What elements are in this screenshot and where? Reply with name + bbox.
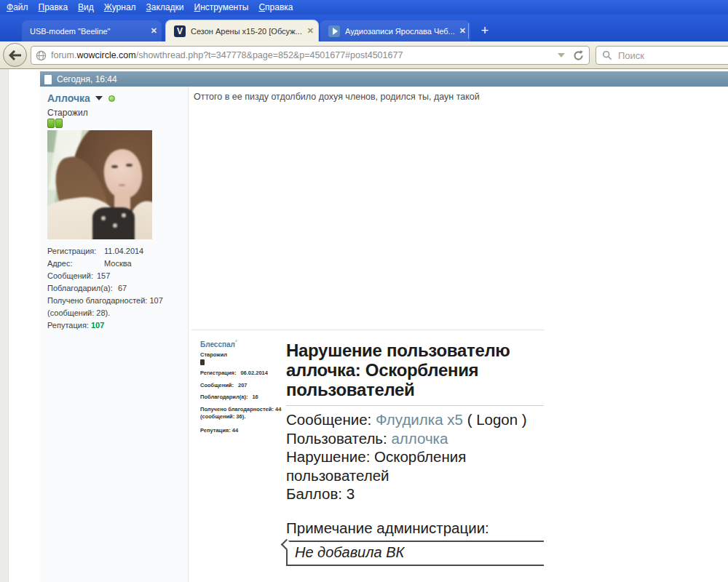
tab-bar: USB-modem "Beeline" ✕ V Сезон Арены x15-… xyxy=(0,15,728,41)
post-header-bar: Сегодня, 16:44 xyxy=(40,71,728,87)
author-stats: Регистрация:11.04.2014 Адрес:Москва Сооб… xyxy=(47,245,186,332)
url-dropdown-icon[interactable] xyxy=(558,53,565,57)
post-divider xyxy=(188,87,189,582)
quote-author-badge-icon xyxy=(200,359,205,365)
quote-message-line: Сообщение: Флудилка x5 ( Logon ) xyxy=(286,410,544,429)
chevron-down-icon[interactable] xyxy=(95,96,103,100)
quote-note-text: Не добавила ВК xyxy=(295,544,404,560)
play-favicon-icon xyxy=(328,25,340,37)
menu-bookmarks[interactable]: Закладки xyxy=(141,1,189,14)
tab-usb-modem[interactable]: USB-modem "Beeline" ✕ xyxy=(22,20,162,41)
author-sidebar: Аллочка Старожил xyxy=(40,87,188,582)
menu-help[interactable]: Справка xyxy=(253,1,298,14)
reload-icon[interactable] xyxy=(572,49,585,62)
tab-label: Аудиозаписи Ярослава Чеб... xyxy=(345,27,455,36)
quote-body: Нарушение пользователю аллочка: Оскорбле… xyxy=(286,340,544,566)
author-title: Старожил xyxy=(47,108,88,118)
stat-thanked: Поблагодарил(а):67 xyxy=(47,282,186,295)
author-badges xyxy=(47,119,63,128)
stat-thanks-received: Получено благодарностей: 107 (сообщений:… xyxy=(47,295,186,319)
quote-divider xyxy=(286,405,544,406)
menu-history[interactable]: Журнал xyxy=(99,1,141,14)
close-icon[interactable]: ✕ xyxy=(307,26,314,36)
search-box[interactable]: Поиск xyxy=(596,46,728,65)
author-username-link[interactable]: Аллочка xyxy=(47,92,90,104)
stat-messages: Сообщений:157 xyxy=(47,270,186,282)
url-text: forum.wowcircle.com/showthread.php?t=347… xyxy=(51,50,550,60)
award-badge-icon xyxy=(55,119,63,128)
online-status-icon xyxy=(108,95,115,102)
menu-view[interactable]: Вид xyxy=(73,1,99,14)
tab-label: USB-modem "Beeline" xyxy=(30,27,146,36)
back-button[interactable] xyxy=(3,43,27,67)
back-arrow-icon xyxy=(9,50,22,60)
close-icon[interactable]: ✕ xyxy=(151,26,157,36)
close-icon[interactable]: ✕ xyxy=(459,26,466,36)
quote-user-line: Пользователь: аллочка xyxy=(286,429,544,448)
search-placeholder: Поиск xyxy=(618,50,644,61)
quote-author-card: Блесспал° Старожил Регистрация:06.02.201… xyxy=(200,340,292,436)
quote-heading: Нарушение пользователю аллочка: Оскорбле… xyxy=(286,340,544,399)
wowcircle-favicon-icon: V xyxy=(174,25,186,37)
post-icon xyxy=(44,75,52,84)
quote-note-box: Не добавила ВК xyxy=(286,541,544,566)
search-icon xyxy=(602,50,612,60)
quote-author-title: Старожил xyxy=(200,351,292,358)
new-tab-button[interactable]: + xyxy=(475,23,494,41)
tab-label: Сезон Арены x15-20 [Обсуж... xyxy=(191,27,303,36)
page-viewport: Сегодня, 16:44 Аллочка Старожил xyxy=(0,69,728,582)
menu-file[interactable]: Файл xyxy=(1,1,33,14)
award-badge-icon xyxy=(47,119,55,128)
quote-points-line: Баллов: 3 xyxy=(286,485,544,503)
tab-forum-active[interactable]: V Сезон Арены x15-20 [Обсуж... ✕ xyxy=(166,20,318,41)
quote-note-label: Примечание администрации: xyxy=(286,519,544,538)
quoted-screenshot-image[interactable]: Блесспал° Старожил Регистрация:06.02.201… xyxy=(191,330,544,582)
menu-edit[interactable]: Правка xyxy=(33,1,74,14)
stat-registration: Регистрация:11.04.2014 xyxy=(47,245,186,258)
quote-author-username: Блесспал° xyxy=(200,340,292,348)
menu-tools[interactable]: Инструменты xyxy=(189,1,254,14)
tab-audio[interactable]: Аудиозаписи Ярослава Чеб... ✕ xyxy=(320,20,470,41)
navigation-toolbar: forum.wowcircle.com/showthread.php?t=347… xyxy=(0,41,728,69)
globe-icon xyxy=(36,50,47,61)
menu-bar: Файл Правка Вид Журнал Закладки Инструме… xyxy=(0,0,728,15)
post-text: Оттого в ее пизду отдолбило дохуя членов… xyxy=(194,92,718,102)
quote-author-stats: Регистрация:06.02.2014 Сообщений:207 Поб… xyxy=(200,367,292,436)
author-avatar[interactable] xyxy=(47,130,152,239)
stat-address: Адрес:Москва xyxy=(47,258,186,270)
quote-violation-line: Нарушение: Оскорбления пользователей xyxy=(286,447,544,485)
post-timestamp: Сегодня, 16:44 xyxy=(57,74,117,84)
page-left-gutter xyxy=(0,69,9,582)
tab-separator xyxy=(468,23,469,39)
url-bar[interactable]: forum.wowcircle.com/showthread.php?t=347… xyxy=(31,46,590,65)
stat-reputation: Репутация: 107 xyxy=(47,319,186,332)
